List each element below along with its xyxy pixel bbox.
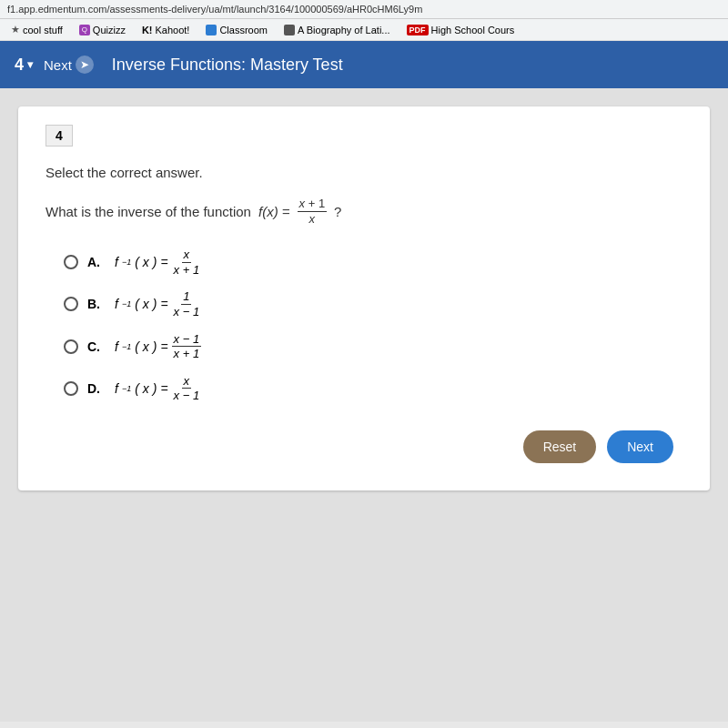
star-icon: ★ <box>11 24 20 35</box>
bookmark-label: A Biography of Lati... <box>298 25 390 35</box>
option-a-label: A. <box>87 255 106 269</box>
option-d-radio[interactable] <box>64 381 78 396</box>
page-title: Inverse Functions: Mastery Test <box>112 56 343 75</box>
question-text: What is the inverse of the function f(x)… <box>46 197 682 226</box>
chevron-down-icon: ▾ <box>27 58 33 71</box>
option-a-radio[interactable] <box>64 255 78 269</box>
option-b-label: B. <box>87 297 106 311</box>
question-badge: 4 <box>46 125 73 147</box>
option-c-fraction: x − 1 x + 1 <box>172 332 202 361</box>
pdf-icon: PDF <box>407 25 429 35</box>
option-d-row[interactable]: D. f−1(x) = x x − 1 <box>64 374 682 403</box>
quizizz-icon: Q <box>79 25 90 35</box>
doc-icon <box>284 25 295 35</box>
bookmark-label: High School Cours <box>431 25 515 35</box>
option-c-row[interactable]: C. f−1(x) = x − 1 x + 1 <box>64 332 682 361</box>
buttons-row: Reset Next <box>46 430 682 463</box>
question-suffix: ? <box>334 204 341 219</box>
main-content: 4 Select the correct answer. What is the… <box>0 88 728 722</box>
bookmark-label: Kahoot! <box>156 25 190 35</box>
url-text: f1.app.edmentum.com/assessments-delivery… <box>7 4 422 15</box>
option-d-formula: f−1(x) = x x − 1 <box>115 374 201 403</box>
next-label-header: Next <box>44 57 72 73</box>
instruction-text: Select the correct answer. <box>46 165 682 180</box>
option-c-label: C. <box>87 339 106 354</box>
option-a-den: x + 1 <box>172 263 202 278</box>
option-a-row[interactable]: A. f−1(x) = x x + 1 <box>64 248 682 277</box>
kahoot-icon: K! <box>142 25 153 35</box>
option-b-fraction: 1 x − 1 <box>172 289 202 318</box>
option-d-den: x − 1 <box>172 389 202 403</box>
question-fraction-numerator: x + 1 <box>298 197 328 212</box>
reset-button[interactable]: Reset <box>523 430 597 463</box>
next-button[interactable]: Next <box>607 430 673 463</box>
option-b-den: x − 1 <box>172 305 202 319</box>
option-d-num: x <box>182 374 192 389</box>
question-number: 4 <box>15 56 24 75</box>
option-a-formula: f−1(x) = x x + 1 <box>115 248 201 277</box>
next-button-header[interactable]: Next ➤ <box>44 56 94 74</box>
option-d-label: D. <box>87 381 106 396</box>
next-arrow-icon: ➤ <box>76 56 94 74</box>
question-function-label: f(x) = <box>258 204 290 219</box>
bookmark-classroom[interactable]: Classroom <box>200 23 273 37</box>
arrow-icon: ➤ <box>80 58 89 71</box>
bookmark-cool-stuff[interactable]: ★ cool stuff <box>5 22 68 37</box>
bookmark-label: Classroom <box>219 25 268 35</box>
option-c-radio[interactable] <box>64 339 78 354</box>
option-c-den: x + 1 <box>172 347 202 361</box>
bookmarks-bar: ★ cool stuff Q Quizizz K! Kahoot! Classr… <box>0 19 728 41</box>
question-fraction: x + 1 x <box>298 197 328 226</box>
bookmark-label: cool stuff <box>23 25 63 35</box>
option-d-fraction: x x − 1 <box>172 374 202 403</box>
options-container: A. f−1(x) = x x + 1 B. f−1(x) = 1 <box>64 248 682 403</box>
option-b-formula: f−1(x) = 1 x − 1 <box>115 289 201 318</box>
bookmark-highschool[interactable]: PDF High School Cours <box>401 23 521 37</box>
bookmark-label: Quizizz <box>93 25 126 35</box>
bookmark-quizizz[interactable]: Q Quizizz <box>74 23 131 37</box>
option-c-num: x − 1 <box>172 332 202 348</box>
option-b-row[interactable]: B. f−1(x) = 1 x − 1 <box>64 289 682 318</box>
question-fraction-denominator: x <box>308 212 318 227</box>
app-header: 4 ▾ Next ➤ Inverse Functions: Mastery Te… <box>0 41 728 88</box>
classroom-icon <box>206 25 217 35</box>
bookmark-biography[interactable]: A Biography of Lati... <box>278 23 396 37</box>
question-number-selector[interactable]: 4 ▾ <box>15 56 33 75</box>
bookmark-kahoot[interactable]: K! Kahoot! <box>136 23 196 37</box>
browser-url-bar: f1.app.edmentum.com/assessments-delivery… <box>0 0 728 19</box>
option-c-formula: f−1(x) = x − 1 x + 1 <box>115 332 201 361</box>
option-a-num: x <box>182 248 192 263</box>
option-b-radio[interactable] <box>64 297 78 311</box>
question-card: 4 Select the correct answer. What is the… <box>18 106 710 490</box>
question-prefix: What is the inverse of the function <box>46 204 251 219</box>
option-a-fraction: x x + 1 <box>172 248 202 277</box>
option-b-num: 1 <box>181 289 191 305</box>
